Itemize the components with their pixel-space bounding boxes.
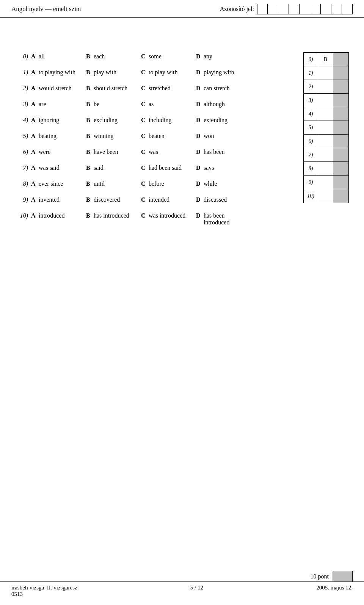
option-4-b: Bexcluding	[86, 116, 141, 124]
question-row-6: 6)AwereBhave beenCwasDhas been	[15, 148, 301, 163]
opt-letter-6-1: B	[86, 148, 94, 155]
answer-grid-empty-2	[333, 80, 348, 93]
answer-grid: 0)B1)2)3)4)5)6)7)8)9)10)	[303, 52, 349, 203]
opt-letter-1-0: A	[31, 68, 39, 76]
opt-letter-6-0: A	[31, 148, 39, 155]
opt-letter-7-0: A	[31, 164, 39, 171]
answer-grid-val-1[interactable]	[318, 66, 333, 80]
opt-letter-3-0: A	[31, 100, 39, 108]
q-options-0: AallBeachCsomeDany	[31, 52, 301, 60]
answer-grid-row-0: 0)B	[304, 53, 348, 66]
answer-grid-val-5[interactable]	[318, 121, 333, 134]
option-8-b: Buntil	[86, 180, 141, 187]
answer-grid-empty-6	[333, 135, 348, 148]
opt-letter-6-3: D	[196, 148, 204, 155]
opt-text-10-2: was introduced	[149, 212, 187, 219]
opt-text-3-1: be	[94, 100, 101, 108]
answer-grid-empty-8	[333, 162, 348, 175]
opt-text-10-3: has been introduced	[204, 212, 245, 226]
opt-letter-2-2: C	[141, 84, 149, 92]
q-num-5: 5)	[15, 132, 31, 139]
opt-letter-4-2: C	[141, 116, 149, 124]
azonosito-box-1[interactable]	[257, 4, 268, 14]
answer-grid-val-8[interactable]	[318, 162, 333, 175]
answer-grid-val-10[interactable]	[318, 189, 333, 203]
opt-letter-0-0: A	[31, 52, 39, 60]
azonosito-box-3[interactable]	[278, 4, 289, 14]
opt-letter-0-3: D	[196, 52, 204, 60]
question-row-5: 5)AbeatingBwinningCbeatenDwon	[15, 132, 301, 147]
answer-grid-val-9[interactable]	[318, 176, 333, 189]
header-right: Azonosító jel:	[220, 4, 353, 14]
option-9-d: Ddiscussed	[196, 196, 245, 203]
answer-grid-row-9: 9)	[304, 176, 348, 189]
opt-text-0-0: all	[39, 52, 46, 60]
q-options-9: AinventedBdiscoveredCintendedDdiscussed	[31, 196, 301, 203]
answer-grid-val-3[interactable]	[318, 94, 333, 107]
opt-letter-8-1: B	[86, 180, 94, 187]
azonosito-box-9[interactable]	[342, 4, 353, 14]
q-num-8: 8)	[15, 180, 31, 187]
azonosito-box-8[interactable]	[331, 4, 342, 14]
azonosito-box-7[interactable]	[321, 4, 331, 14]
answer-grid-num-6: 6)	[304, 135, 318, 148]
question-row-1: 1)Ato playing withBplay withCto play wit…	[15, 68, 301, 83]
opt-text-0-1: each	[94, 52, 106, 60]
azonosito-box-4[interactable]	[289, 4, 300, 14]
answer-grid-empty-9	[333, 176, 348, 189]
opt-text-5-2: beaten	[149, 132, 166, 139]
opt-letter-5-1: B	[86, 132, 94, 139]
q-num-2: 2)	[15, 84, 31, 92]
azonosito-box-2[interactable]	[268, 4, 278, 14]
opt-text-6-2: was	[149, 148, 160, 155]
opt-text-1-3: playing with	[204, 68, 235, 76]
opt-text-2-2: stretched	[149, 84, 172, 92]
option-10-c: Cwas introduced	[141, 212, 196, 219]
opt-text-0-3: any	[204, 52, 214, 60]
option-2-c: Cstretched	[141, 84, 196, 92]
q-num-7: 7)	[15, 164, 31, 171]
opt-letter-2-1: B	[86, 84, 94, 92]
opt-letter-7-3: D	[196, 164, 204, 171]
answer-grid-num-4: 4)	[304, 107, 318, 121]
q-num-9: 9)	[15, 196, 31, 203]
opt-text-4-1: excluding	[94, 116, 119, 124]
q-options-7: Awas saidBsaidChad been saidDsays	[31, 164, 301, 171]
score-label: 10 pont	[311, 573, 329, 580]
answer-grid-empty-3	[333, 94, 348, 107]
answer-grid-val-4[interactable]	[318, 107, 333, 121]
answer-grid-num-8: 8)	[304, 162, 318, 175]
option-8-a: Aever since	[31, 180, 86, 187]
option-6-a: Awere	[31, 148, 86, 155]
opt-text-7-0: was said	[39, 164, 61, 171]
question-row-3: 3)AareBbeCasDalthough	[15, 100, 301, 115]
answer-grid-val-7[interactable]	[318, 148, 333, 161]
azonosito-box-6[interactable]	[310, 4, 321, 14]
opt-letter-9-3: D	[196, 196, 204, 203]
azonosito-box-5[interactable]	[300, 4, 310, 14]
page-header: Angol nyelv — emelt szint Azonosító jel:	[0, 0, 364, 18]
option-9-c: Cintended	[141, 196, 196, 203]
opt-letter-1-2: C	[141, 68, 149, 76]
opt-letter-10-0: A	[31, 212, 39, 219]
opt-text-6-0: were	[39, 148, 52, 155]
option-10-d: Dhas been introduced	[196, 212, 245, 226]
opt-letter-6-2: C	[141, 148, 149, 155]
answer-grid-val-6[interactable]	[318, 135, 333, 148]
answer-grid-val-2[interactable]	[318, 80, 333, 93]
question-row-10: 10)AintroducedBhas introducedCwas introd…	[15, 212, 301, 227]
q-num-0: 0)	[15, 52, 31, 60]
opt-letter-8-3: D	[196, 180, 204, 187]
answer-grid-val-0[interactable]: B	[318, 53, 333, 66]
answer-grid-empty-0	[333, 53, 348, 66]
footer-right: 2005. május 12.	[316, 585, 353, 591]
option-9-b: Bdiscovered	[86, 196, 141, 203]
opt-letter-9-0: A	[31, 196, 39, 203]
answer-grid-num-1: 1)	[304, 66, 318, 80]
opt-letter-2-0: A	[31, 84, 39, 92]
option-0-c: Csome	[141, 52, 196, 60]
q-num-6: 6)	[15, 148, 31, 155]
option-7-b: Bsaid	[86, 164, 141, 171]
option-9-a: Ainvented	[31, 196, 86, 203]
q-options-10: AintroducedBhas introducedCwas introduce…	[31, 212, 301, 226]
